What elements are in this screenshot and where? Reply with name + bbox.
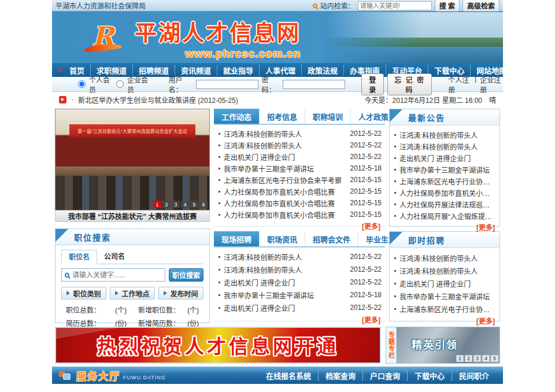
more-link[interactable]: [更多] <box>476 224 495 232</box>
job-filter-button[interactable]: 工作地点 <box>110 287 155 299</box>
company-member-radio[interactable] <box>116 80 124 88</box>
announcements-list: 汪鸿涛:科技创新的带头人 汪鸿涛:科技创新的带头人 走出机关门 进得企业门 <box>390 125 500 221</box>
news-link[interactable]: 我市举办第十三期金平湖讲坛 <box>224 290 342 300</box>
news-link[interactable]: 上海浦东新区光电子行业协会来平考察 <box>224 175 342 185</box>
personal-member-label[interactable]: 个人会员 <box>89 75 113 94</box>
photo-page-button[interactable]: 6 <box>199 201 208 208</box>
announcement-link[interactable]: 人力社保局开展“入企锻炼提素质” <box>399 211 496 221</box>
site-search-input[interactable] <box>358 1 432 10</box>
forgot-password-button[interactable]: 忘 记 密 码 <box>387 73 432 95</box>
announcement-link[interactable]: 上海浦东新区光电子行业协会来平考 <box>399 176 496 186</box>
personal-member-radio[interactable] <box>78 80 86 88</box>
banner-page-button[interactable]: 3 <box>473 355 481 362</box>
photo-page-button[interactable]: 5 <box>190 201 198 208</box>
more-link[interactable]: [更多] <box>476 317 495 326</box>
company-register-link[interactable]: 企业注册 <box>480 75 503 94</box>
news-link[interactable]: 汪鸿涛:科技创新的带头人 <box>224 140 342 150</box>
more-link[interactable]: [更多] <box>362 316 380 324</box>
announcement-link[interactable]: 人力社保局开展法律法规巡回培训 <box>399 199 496 209</box>
news-item: 人力社保局参加市直机关小合唱比赛 2012-5-15 <box>219 197 382 209</box>
celebration-banner-text: 热烈祝贺人才信息网开通 <box>97 331 339 359</box>
nav-item[interactable]: 就业指导 <box>217 65 259 76</box>
personal-register-link[interactable]: 个人注册 <box>448 75 471 94</box>
news-item: 走出机关门 进得企业门 2012-5-22 <box>219 301 382 314</box>
news-link[interactable]: 人力社保局参加市直机关小合唱比赛 <box>224 198 342 208</box>
job-link[interactable]: 汪鸿涛:科技创新的带头人 <box>399 253 496 263</box>
news-tab[interactable]: 工作动态 <box>214 109 260 124</box>
keyword-input[interactable] <box>72 271 162 279</box>
service-hall-title[interactable]: 服务大厅 <box>76 368 120 383</box>
news-link[interactable]: 人力社保局参加市直机关小合唱比赛 <box>224 210 342 220</box>
service-link[interactable]: 下载中心 <box>407 370 452 381</box>
celebration-banner[interactable]: 热烈祝贺人才信息网开通 <box>55 327 381 364</box>
bullet-icon <box>219 307 220 309</box>
nav-item[interactable]: 政策法规 <box>301 65 343 76</box>
service-link[interactable]: 民间职介 <box>452 370 496 381</box>
special-banner-title[interactable]: 精英引领 <box>412 336 458 352</box>
news-link[interactable]: 人力社保局参加市直机关小合唱比赛 <box>224 187 342 197</box>
job-search-button[interactable]: 职位搜索 <box>169 268 204 282</box>
job-link[interactable]: 汪鸿涛:科技创新的带头人 <box>399 266 496 276</box>
news-tab[interactable]: 职称培训 <box>305 109 351 124</box>
news-link[interactable]: 汪鸿涛:科技创新的带头人 <box>224 252 342 262</box>
username-input[interactable] <box>196 80 258 89</box>
announcement-link[interactable]: 汪鸿涛:科技创新的带头人 <box>399 142 496 151</box>
announcement-link[interactable]: 汪鸿涛:科技创新的带头人 <box>399 130 496 140</box>
news-date: 2012-5-22 <box>346 130 382 138</box>
company-member-label[interactable]: 企业会员 <box>127 75 151 94</box>
banner-page-button[interactable]: 5 <box>491 355 498 362</box>
news-tab[interactable]: 招考信息 <box>260 109 305 124</box>
password-input[interactable] <box>283 80 345 89</box>
banner-page-button[interactable]: 2 <box>465 355 472 362</box>
job-search-tab[interactable]: 公司名 <box>97 250 132 264</box>
photo-page-button[interactable]: 3 <box>172 201 180 208</box>
banner-page-button[interactable]: 4 <box>482 355 490 362</box>
announcement-link[interactable]: 人力社保局参加市直机关小合唱比赛 <box>399 188 496 198</box>
news-link[interactable]: 走出机关门 进得企业门 <box>224 278 342 287</box>
news-item: 我市举办第十三期金平湖讲坛 2012-5-18 <box>219 289 382 301</box>
ticker-announcement-link[interactable]: 新北区举办大学生创业与就业政策讲座 (2012-05-25) <box>78 95 238 105</box>
advanced-search-button[interactable]: 高级检索 <box>462 0 500 12</box>
special-banner-photo[interactable]: 精英引领 12345 <box>397 327 500 363</box>
news-date: 2012-5-22 <box>346 141 382 149</box>
announcement-link[interactable]: 我市举办第十三期金平湖讲坛 <box>399 165 496 175</box>
photo-page-button[interactable]: 2 <box>162 201 171 208</box>
job-link[interactable]: 我市举办第十三期金平湖讲坛 <box>399 291 496 301</box>
job-filter-button[interactable]: 发布时间 <box>158 287 204 299</box>
banner-page-button[interactable]: 1 <box>456 355 464 362</box>
service-link[interactable]: 档案查询 <box>318 370 362 381</box>
special-column-label[interactable]: 专题专栏 <box>386 327 397 363</box>
login-button[interactable]: 登 录 <box>361 73 384 95</box>
search-button[interactable]: 搜 索 <box>435 0 460 12</box>
photo-page-button[interactable]: 4 <box>181 201 189 208</box>
job-filter-button[interactable]: 职位类别 <box>61 287 106 299</box>
news-link[interactable]: 走出机关门 进得企业门 <box>224 303 342 313</box>
news-link[interactable]: 汪鸿涛:科技创新的带头人 <box>224 265 342 275</box>
bullet-icon <box>394 180 396 182</box>
bullet-icon <box>219 282 220 283</box>
service-link[interactable]: 户口查询 <box>362 370 407 381</box>
triangle-icon <box>115 291 119 295</box>
username-label: 用户名： <box>169 75 193 94</box>
nav-item[interactable]: 首页 <box>64 65 90 76</box>
news-link[interactable]: 走出机关门 进得企业门 <box>224 152 342 162</box>
photo-page-button[interactable]: 1 <box>153 201 161 208</box>
news-link[interactable]: 我市举办第十三期金平湖讲坛 <box>224 164 342 173</box>
news-link[interactable]: 汪鸿涛:科技创新的带头人 <box>224 129 342 139</box>
news-tab[interactable]: 现场招聘 <box>214 231 260 246</box>
photo-caption[interactable]: 我市部署 “江苏技能状元” 大赛常州选拔赛 <box>55 210 210 222</box>
recruit-news-list: 汪鸿涛:科技创新的带头人 2012-5-22 汪鸿涛:科技创新的带头人 2012… <box>214 247 385 314</box>
news-tab[interactable]: 职场资讯 <box>260 231 305 246</box>
special-column-banner: 专题专栏 精英引领 12345 <box>386 327 500 364</box>
job-link[interactable]: 上海浦东新区光电子行业协会来平考 <box>399 304 496 314</box>
search-icon <box>313 3 317 8</box>
more-link[interactable]: [更多] <box>362 223 380 231</box>
news-tab[interactable]: 招聘会文件 <box>305 231 358 246</box>
news-photo[interactable]: 第一届“江苏技能状元”大赛常州选拔赛动员会扩大会议 123456 <box>55 109 210 210</box>
service-link[interactable]: 在线报名系统 <box>259 370 318 381</box>
bullet-icon <box>394 169 396 171</box>
announcement-link[interactable]: 走出机关门 进得企业门 <box>399 153 496 163</box>
job-link[interactable]: 走出机关门 进得企业门 <box>399 279 496 289</box>
job-search-tab[interactable]: 职位名 <box>61 250 97 264</box>
site-logo-icon[interactable]: R <box>84 24 122 51</box>
